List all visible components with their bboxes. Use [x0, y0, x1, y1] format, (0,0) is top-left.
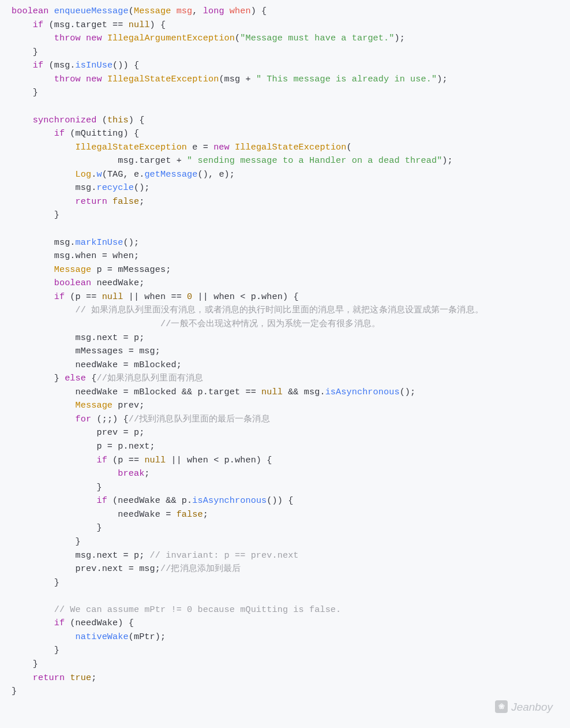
watermark-text: Jeanboy	[511, 699, 553, 703]
wechat-icon: ❀	[495, 700, 508, 703]
code-block: boolean enqueueMessage(Message msg, long…	[0, 0, 570, 703]
watermark: ❀ Jeanboy	[495, 699, 553, 703]
